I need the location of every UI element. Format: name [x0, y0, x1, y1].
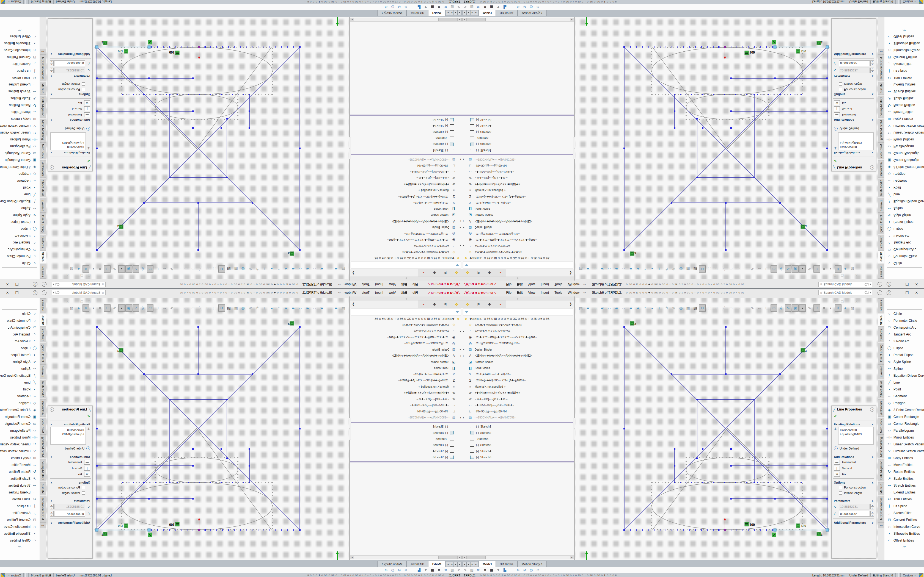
sketch-tool-item[interactable]: ◌ Perimeter Circle	[884, 253, 924, 260]
sketch-tool-item[interactable]: ╱ Line	[0, 191, 40, 198]
arrow-down-icon[interactable]: ↓	[656, 266, 663, 272]
cylinder-icon[interactable]: ◍	[240, 305, 246, 311]
sketch-tool-item[interactable]: ✂ Trim Entities	[0, 74, 40, 81]
menu-item[interactable]: Window	[565, 290, 582, 295]
markup-pen-icon[interactable]: ✎	[462, 568, 468, 572]
sketch-tool-item[interactable]: ∷ Linear Sketch Pattern	[0, 441, 40, 448]
sketch-tool-item[interactable]: ∿ Style Spline	[0, 212, 40, 219]
command-manager-tab[interactable]: Data Migration	[878, 459, 884, 481]
panel-flyout-chevron-icon[interactable]: ❯	[352, 302, 355, 306]
search-icon[interactable]	[57, 291, 60, 294]
add-relation-button[interactable]: Ψ Fix	[48, 471, 92, 477]
scroll-left-icon[interactable]: ◄	[462, 18, 466, 21]
brush-icon[interactable]: ✏	[475, 568, 482, 572]
tree-splitter-bottom[interactable]	[462, 461, 574, 463]
undo-icon[interactable]: ↰	[663, 305, 670, 311]
command-manager-tab[interactable]: ⋮	[40, 48, 46, 55]
gear-slash-icon[interactable]: ⊘	[522, 568, 528, 572]
search-input[interactable]: ◇ Search CAD Models ▾	[818, 290, 872, 295]
eye-icon[interactable]: ◉	[125, 305, 132, 311]
tree-item[interactable]: ▸ A ○25ИN◎◦✚А✚◎ИNА○◦○АNИ◎✚А✚◦◎NИ52○	[462, 353, 574, 359]
checkbox[interactable]	[839, 491, 842, 495]
sketch-tool-item[interactable]: ◯ Ellipse	[884, 226, 924, 232]
sketch-tool-item[interactable]: ◠ Centerpoint Arc	[0, 246, 40, 253]
help-icon[interactable]: ?	[32, 281, 38, 287]
add-relations-section[interactable]: Add Relations ∧	[48, 118, 92, 123]
tree-filter-input[interactable]	[351, 309, 461, 316]
sketch-tool-item[interactable]: ▪ Point	[0, 386, 40, 393]
sphere-half-icon[interactable]: ◐	[828, 266, 834, 272]
pencil-icon[interactable]: ✎	[247, 305, 254, 311]
rebuild-icon[interactable]: ↻	[218, 266, 225, 272]
sketch-tool-item[interactable]: ⊞ Copy Entities	[884, 116, 924, 122]
parameters-section[interactable]: Parameters ∧	[832, 74, 876, 79]
restore-button[interactable]: ❐	[904, 281, 910, 287]
tab-nav-button[interactable]: ►	[474, 10, 478, 15]
pencil-icon[interactable]: ✎	[247, 266, 254, 272]
search-icon[interactable]	[864, 291, 867, 294]
sketch-tool-item[interactable]: ◗ Silhouette Entities	[884, 530, 924, 537]
dome-icon[interactable]: ◒	[649, 305, 656, 311]
close-button[interactable]: ✕	[914, 281, 919, 287]
sketch-tree-item[interactable]: (-) Sketch2	[350, 141, 462, 147]
add-relation-button[interactable]: | Vertical	[48, 106, 92, 112]
sketch-tree-item[interactable]: (-) Sketch1	[462, 424, 574, 429]
tree-item[interactable]: ✎ ○25·Ц✳±АШ○◦○ША±✳Ц·52○	[462, 200, 574, 206]
add-relation-button[interactable]: — Horizontal	[48, 112, 92, 118]
point-tool-icon[interactable]: ▪	[118, 266, 125, 272]
sketch-tool-item[interactable]: ∩ Intersection Curve	[884, 47, 924, 54]
sketch-tool-item[interactable]: ◝ 3 Point Arc	[0, 232, 40, 239]
tree-item[interactable]: ◧ Solid Bodies	[462, 365, 574, 371]
filter-icon[interactable]: ▼	[495, 568, 502, 572]
search-input[interactable]: ◇ Search CAD Models ▾	[52, 282, 106, 287]
tree-item[interactable]: ∟ ○ИN◦9З◦±◎○◦○◎±◦З9◦NИ○	[462, 163, 574, 169]
sketch-tool-item[interactable]: ∩ Intersection Curve	[0, 47, 40, 54]
markup-pen-icon[interactable]: ✎	[456, 568, 462, 572]
extrude-boss-icon[interactable]: ▰	[333, 266, 339, 272]
checkbox[interactable]	[839, 82, 842, 86]
command-manager-tab[interactable]: Surfaces	[40, 235, 46, 250]
sketch-tool-item[interactable]: ◇ Polygon	[884, 171, 924, 177]
menu-item[interactable]: View	[525, 282, 538, 287]
sketch-tool-item[interactable]: ⊣⊢ Mirror Entities	[0, 434, 40, 441]
list-icon[interactable]: ≡	[821, 305, 827, 311]
expand-arrow-icon[interactable]: ▸	[463, 416, 467, 419]
tree-item[interactable]: ▱ ○✚Є95±○✳⊙[○◦○]⊙✳○±59Є✚○	[462, 402, 574, 409]
sketch-tool-item[interactable]: ∿ Style Spline	[884, 358, 924, 365]
sketch-tool-item[interactable]: ⊣⊢ Mirror Entities	[0, 136, 40, 143]
checkbox[interactable]	[82, 486, 85, 489]
document-tab[interactable]: Motion Study 1	[517, 10, 547, 16]
scroll-left-icon[interactable]: ◄	[458, 556, 462, 559]
burst-icon[interactable]: ✳	[82, 305, 89, 311]
parameter-input[interactable]: 10.88152731	[839, 504, 870, 509]
restore-button[interactable]: ❐	[904, 290, 910, 296]
folder-history-icon[interactable]: ◴	[528, 568, 535, 572]
close-button[interactable]: ✕	[5, 290, 10, 296]
sketch-tool-item[interactable]: ▱ Parallelogram	[884, 143, 924, 150]
manager-tab[interactable]: ⚑	[440, 301, 451, 308]
command-manager-tab[interactable]: Sketch	[40, 314, 46, 326]
command-manager-tab[interactable]: MBD Dimensions	[40, 55, 46, 81]
sketch-tool-item[interactable]: ▭ Corner Rectangle	[0, 150, 40, 157]
sketch-tool-item[interactable]: ∷ Linear Sketch Pattern	[884, 129, 924, 136]
add-relation-button[interactable]: Ψ Fix	[48, 100, 92, 106]
additional-parameters-section[interactable]: Additional Parameters ∨	[48, 52, 92, 57]
tree-root-item[interactable]: ❖ TЯPDL2. ⊙ ЗЄ ⊙ Ш ⊙ ⊙ ⊙ ✚ ⊙ ƆC ⊙ ЗЄ ⊙ +…	[462, 316, 574, 322]
tree-item[interactable]: ▸ ▤ Design Binder	[350, 347, 462, 353]
gear-sync-icon[interactable]: ⊛	[402, 568, 409, 572]
tree-item[interactable]: ◉ ○25✚ЗЄ25○ИN◎◦✚ƆCЗЄ25○◦○25ЗЄƆC✚◦◎NИ○	[350, 334, 462, 340]
tree-root-item[interactable]: ❖ TЯPDL2. ⊙ ЗЄ ⊙ Ш ⊙ ⊙ ⊙ ✚ ⊙ ƆC ⊙ ЗЄ ⊙ +…	[350, 255, 462, 261]
ok-check-icon[interactable]: ✔	[832, 158, 876, 164]
gear-sync-icon[interactable]: ⊛	[515, 5, 522, 9]
tree-item[interactable]: ∟ ○ИN◦9З◦±◎○◦○◎±◦З9◦NИ○	[350, 408, 462, 414]
tree-item[interactable]: ✎ ○25·Ц✳±АШ○◦○ША±✳Ц·52○	[350, 371, 462, 377]
expand-arrow-icon[interactable]: ▸	[463, 158, 467, 161]
command-manager-tab[interactable]: Mesh Modeling	[878, 435, 884, 458]
revolve-icon[interactable]: ◕	[635, 266, 641, 272]
status-units-dropdown[interactable]: Custom ▴	[6, 0, 24, 4]
menu-item[interactable]: View	[525, 290, 538, 295]
manager-tab[interactable]: ❖	[451, 269, 462, 276]
ghost6-icon[interactable]: ⋯	[742, 305, 748, 311]
cut2-icon[interactable]: ▱	[297, 266, 304, 272]
parameters-section[interactable]: Parameters ∧	[832, 498, 876, 503]
